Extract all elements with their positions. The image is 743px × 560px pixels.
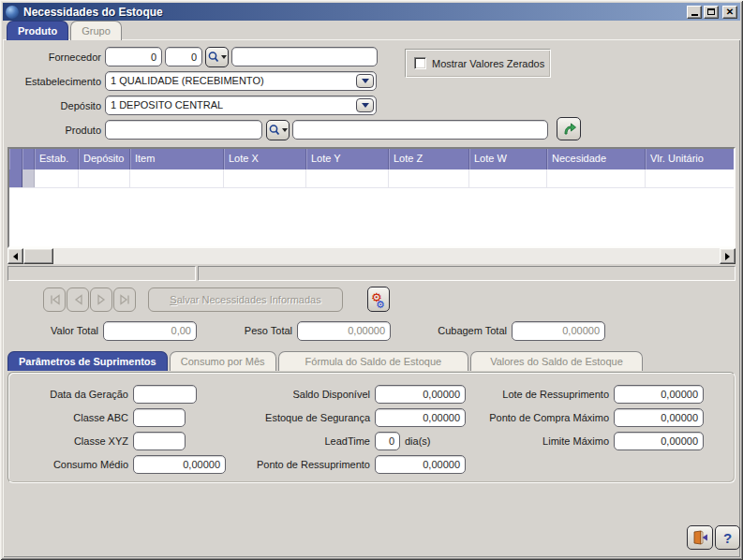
tab-produto[interactable]: Produto	[7, 21, 68, 40]
classe-xyz-input[interactable]	[133, 432, 186, 450]
col-header-vlr-unitario[interactable]: Vlr. Unitário	[646, 149, 734, 169]
mostrar-zerados-checkbox[interactable]	[414, 57, 426, 69]
produto-name-input[interactable]	[292, 120, 548, 140]
lote-ressuprimento-field: 0,00000	[614, 385, 704, 404]
chevron-down-icon	[362, 79, 369, 83]
previous-record-button[interactable]	[67, 287, 89, 312]
scroll-track[interactable]	[53, 248, 720, 264]
tab-grupo[interactable]: Grupo	[70, 21, 122, 40]
estabelecimento-dropdown-button[interactable]	[356, 74, 374, 88]
magnifier-icon	[268, 124, 289, 137]
saldo-disponivel-label: Saldo Disponível	[230, 389, 370, 400]
previous-record-icon	[72, 294, 84, 305]
exit-door-icon	[691, 530, 708, 545]
first-record-icon	[49, 294, 61, 305]
next-record-icon	[96, 294, 108, 305]
grid-corner-cell	[9, 149, 22, 169]
leadtime-label: LeadTime	[230, 435, 370, 447]
saldo-disponivel-field: 0,00000	[375, 385, 466, 404]
fornecedor-name-input[interactable]	[231, 47, 378, 66]
close-button[interactable]: ✕	[722, 6, 737, 19]
exit-button[interactable]	[687, 525, 713, 550]
status-panel-right	[198, 266, 736, 281]
fornecedor-label: Fornecedor	[19, 52, 101, 63]
top-tabstrip: Produto Grupo	[7, 21, 122, 40]
cubagem-total-label: Cubagem Total	[417, 325, 507, 336]
process-gears-button[interactable]: ⚙ ⚙	[367, 287, 390, 312]
execute-search-button[interactable]	[557, 117, 581, 140]
last-record-button[interactable]	[113, 287, 136, 312]
estabelecimento-value: 1 QUALIDADE (RECEBIMENTO)	[111, 75, 264, 86]
maximize-button[interactable]	[704, 6, 719, 19]
blue-gear-icon: ⚙	[376, 299, 385, 311]
green-arrow-icon	[561, 121, 577, 137]
consumo-medio-field: 0,00000	[133, 455, 226, 474]
estoque-seguranca-field: 0,00000	[375, 408, 466, 427]
produto-lookup-button[interactable]	[266, 120, 290, 140]
deposito-value: 1 DEPOSITO CENTRAL	[111, 99, 223, 111]
fornecedor-lookup-button[interactable]	[205, 47, 229, 67]
tab-parametros-suprimentos[interactable]: Parâmetros de Suprimentos	[7, 351, 168, 371]
deposito-select[interactable]: 1 DEPOSITO CENTRAL	[105, 96, 377, 115]
col-header-lote-x[interactable]: Lote X	[224, 149, 306, 169]
scroll-right-button[interactable]	[720, 248, 736, 264]
fornecedor-code1-input[interactable]	[105, 47, 162, 66]
classe-xyz-label: Classe XYZ	[16, 435, 128, 447]
col-header-deposito[interactable]: Depósito	[79, 149, 130, 169]
col-header-necesidade[interactable]: Necesidade	[547, 149, 646, 169]
help-icon: ?	[723, 530, 732, 546]
arrow-right-icon	[725, 253, 730, 260]
ponto-compra-maximo-field: 0,00000	[614, 408, 704, 427]
minimize-icon	[691, 14, 698, 16]
tab-valores-saldo-estoque[interactable]: Valores do Saldo de Estoque	[470, 351, 643, 371]
peso-total-label: Peso Total	[225, 325, 292, 336]
limite-maximo-label: Limite Máximo	[459, 435, 609, 447]
col-header-lote-w[interactable]: Lote W	[469, 149, 547, 169]
col-header-lote-y[interactable]: Lote Y	[306, 149, 389, 169]
data-geracao-input[interactable]	[133, 385, 197, 404]
status-panel-left	[7, 266, 196, 281]
lote-ressuprimento-label: Lote de Ressuprimento	[459, 389, 609, 400]
save-necessidades-button[interactable]: Salvar Necessidades Informadas	[148, 287, 343, 312]
maximize-icon	[707, 8, 715, 15]
estabelecimento-select[interactable]: 1 QUALIDADE (RECEBIMENTO)	[105, 71, 377, 91]
deposito-label: Depósito	[19, 100, 101, 111]
valor-total-field: 0,00	[103, 321, 197, 341]
close-icon: ✕	[726, 7, 734, 17]
window-title: Necessidades do Estoque	[23, 6, 685, 19]
classe-abc-input[interactable]	[133, 408, 186, 427]
arrow-left-icon	[13, 253, 18, 260]
necessidades-grid[interactable]: Estab. Depósito Item Lote X Lote Y Lote …	[7, 147, 736, 248]
chevron-down-icon	[362, 103, 369, 108]
titlebar: Necessidades do Estoque ✕	[3, 3, 740, 21]
first-record-button[interactable]	[43, 287, 66, 312]
estoque-seguranca-label: Estoque de Segurança	[230, 412, 370, 423]
next-record-button[interactable]	[90, 287, 112, 312]
ponto-ressuprimento-field: 0,00000	[375, 455, 466, 474]
tab-consumo-por-mes[interactable]: Consumo por Mês	[170, 351, 276, 371]
grid-header: Estab. Depósito Item Lote X Lote Y Lote …	[9, 149, 734, 169]
lookup-caret-icon	[221, 55, 227, 59]
col-header-item[interactable]: Item	[130, 149, 224, 169]
tab-formula-saldo-estoque[interactable]: Fórmula do Saldo de Estoque	[278, 351, 469, 371]
leadtime-unit-label: dia(s)	[405, 435, 452, 447]
scroll-thumb[interactable]	[23, 248, 53, 264]
col-header-estab[interactable]: Estab.	[35, 149, 79, 169]
fornecedor-code2-input[interactable]	[165, 47, 202, 66]
row-sub-marker	[22, 169, 35, 187]
scroll-left-button[interactable]	[7, 248, 23, 264]
valor-total-label: Valor Total	[23, 325, 98, 336]
help-button[interactable]: ?	[715, 525, 740, 550]
table-row[interactable]	[9, 169, 734, 188]
minimize-button[interactable]	[687, 6, 702, 19]
produto-label: Produto	[19, 125, 101, 136]
col-header-lote-z[interactable]: Lote Z	[389, 149, 469, 169]
grid-corner-cell	[22, 149, 35, 169]
ponto-compra-maximo-label: Ponto de Compra Máximo	[459, 412, 609, 423]
deposito-dropdown-button[interactable]	[356, 98, 374, 112]
data-geracao-label: Data da Geração	[16, 389, 128, 400]
limite-maximo-field: 0,00000	[614, 432, 704, 450]
produto-code-input[interactable]	[105, 120, 262, 140]
grid-hscrollbar[interactable]	[7, 248, 736, 264]
estabelecimento-label: Estabelecimento	[19, 76, 101, 87]
